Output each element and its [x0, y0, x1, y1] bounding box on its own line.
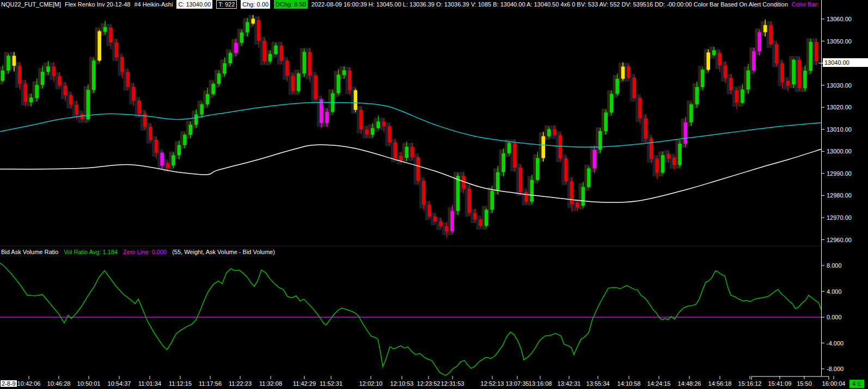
time-tick-label: 11:22:23 [229, 380, 252, 387]
price-tick-label: 13050.00 [827, 38, 852, 45]
header-bar-segment-5: Chg: 0.00 [241, 0, 270, 9]
chart-canvas[interactable] [0, 0, 868, 389]
time-tick-label: 15:41:09 [768, 380, 792, 387]
price-tick-label: 13020.00 [827, 104, 852, 110]
price-tick-label: 12970.00 [827, 214, 852, 221]
time-tick-label: 15:16:12 [738, 380, 762, 387]
header-bar-segment-2: #4 Heikin-Ashi [134, 0, 173, 9]
header-bar-segment-6: DChg: 8.50 [274, 0, 308, 9]
time-tick-label: 2-8-9 [1, 380, 17, 387]
time-tick-label: 12:10:53 [390, 380, 414, 387]
time-tick-label: 10:54:37 [108, 380, 131, 387]
time-tick-label: 14:24:15 [647, 380, 671, 387]
time-tick-label: 16:00:04 [822, 380, 846, 387]
time-tick-label: 14:10:58 [618, 380, 641, 387]
price-tick-label: 13000.00 [827, 148, 852, 155]
time-tick-label: 12:52:13 [481, 380, 504, 387]
osc-tick-label: 8.000 [827, 262, 842, 269]
time-tick-label: 12:31:53 [441, 380, 464, 387]
price-tick-label: 12990.00 [827, 170, 852, 177]
time-tick-label: 11:01:34 [138, 380, 161, 387]
time-tick-label: 13:42:31 [558, 380, 581, 387]
osc-tick-label: 4.000 [827, 288, 842, 295]
vol-ratio-line [0, 263, 821, 375]
time-tick-label: 11:12:15 [169, 380, 192, 387]
price-tick-label: 12980.00 [827, 192, 852, 199]
study-header-bar: Bid Ask Volume RatioVol Ratio Avg: 1.184… [1, 248, 820, 256]
time-tick-label: 11:32:08 [259, 380, 282, 387]
chart-header-bar: NQU22_FUT_CME[M]Flex Renko Inv 20-12-48#… [1, 0, 820, 9]
header-bar-segment-0: NQU22_FUT_CME[M] [1, 0, 61, 9]
panel2-header-segment-3: (55, Weight, Ask Volume - Bid Volume) [172, 248, 275, 256]
panel2-header-segment-0: Bid Ask Volume Ratio [1, 248, 58, 256]
time-tick-label: 11:52:31 [320, 380, 343, 387]
panel2-header-segment-1: Vol Ratio Avg: 1.184 [64, 248, 118, 256]
time-tick-label: 15:50 [797, 380, 812, 387]
price-tick-label: 13010.00 [827, 126, 852, 133]
status-badge: 4 E [849, 380, 864, 388]
price-tick-label: 13030.00 [827, 82, 852, 89]
time-tick-label: 13:55:34 [586, 380, 610, 387]
price-tick-label: 12960.00 [827, 237, 852, 243]
trading-chart-window: NQU22_FUT_CME[M]Flex Renko Inv 20-12-48#… [0, 0, 868, 389]
time-tick-label: 11:42:29 [293, 380, 316, 387]
time-tick-label: 14:48:26 [678, 380, 701, 387]
time-tick-label: 14:56:18 [708, 380, 732, 387]
time-tick-label: 10:50:01 [77, 380, 101, 387]
current-price-label: 13040.00 [823, 58, 868, 67]
price-tick-label: 13060.00 [827, 16, 852, 22]
osc-tick-label: -4.000 [827, 340, 843, 347]
header-bar-segment-1: Flex Renko Inv 20-12-48 [65, 0, 130, 9]
header-bar-segment-3: C: 13040.00 [176, 0, 212, 9]
header-bar-segment-8: Color Bar: 0.00 Extended [792, 0, 820, 9]
panel2-header-segment-2: Zero Line: 0.000 [123, 248, 167, 256]
time-tick-label: 10:42:06 [17, 380, 41, 387]
time-tick-label: 12:23:52 [417, 380, 441, 387]
ma-fast-line [0, 102, 821, 147]
time-tick-label: 13:16:08 [529, 380, 552, 387]
time-tick-label: 12:02:10 [359, 380, 383, 387]
osc-tick-label: -8.000 [827, 366, 843, 372]
osc-tick-label: 0.000 [827, 314, 842, 320]
time-tick-label: 11:17:56 [199, 380, 222, 387]
time-tick-label: 10:46:28 [47, 380, 71, 387]
header-bar-segment-4: T: 922 [216, 0, 237, 9]
time-tick-label: 13:07:35 [506, 380, 529, 387]
header-bar-segment-7: 2022-08-09 16:00:39 H: 13045.00 L: 13036… [311, 0, 788, 9]
